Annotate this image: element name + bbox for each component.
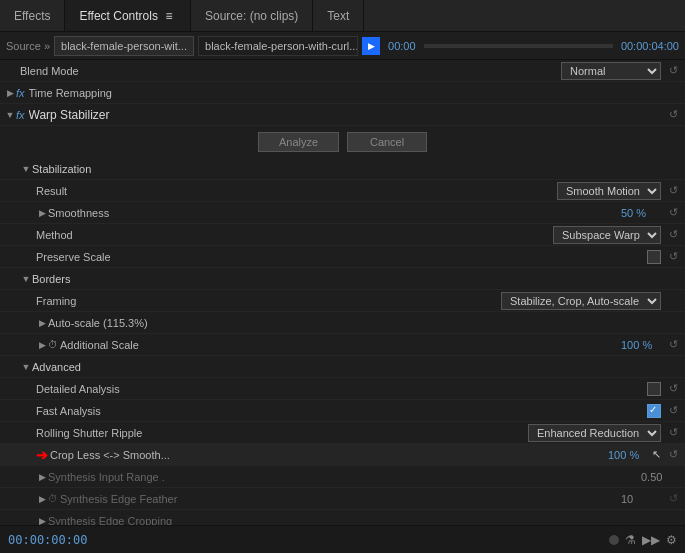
fast-analysis-reset[interactable]: ↺	[665, 403, 681, 419]
tab-effects[interactable]: Effects	[0, 0, 65, 31]
tab-menu-icon[interactable]: ≡	[162, 9, 176, 23]
additional-scale-row: ⏱ Additional Scale 100 % ↺	[0, 334, 685, 356]
advanced-label: Advanced	[32, 361, 681, 373]
settings-icon[interactable]: ⚙	[666, 533, 677, 547]
detailed-analysis-row: Detailed Analysis ↺	[0, 378, 685, 400]
bottom-bar: 00:00:00:00 ⚗ ▶▶ ⚙	[0, 525, 685, 553]
additional-scale-stopwatch: ⏱	[48, 339, 58, 350]
warp-stabilizer-collapse[interactable]	[4, 109, 16, 121]
clip-full-name: black-female-person-with-curl...	[205, 40, 358, 52]
warp-stabilizer-row: fx Warp Stabilizer ↺	[0, 104, 685, 126]
warp-stabilizer-reset[interactable]: ↺	[665, 107, 681, 123]
go-to-timecode-btn[interactable]: ▶	[362, 37, 380, 55]
fast-analysis-label: Fast Analysis	[36, 405, 647, 417]
synthesis-edge-cropping-label: Synthesis Edge Cropping	[48, 515, 681, 526]
warp-stabilizer-actions: Analyze Cancel	[0, 126, 685, 158]
rolling-shutter-row: Rolling Shutter Ripple Enhanced Reductio…	[0, 422, 685, 444]
rolling-shutter-reset[interactable]: ↺	[665, 425, 681, 441]
synthesis-edge-cropping-collapse[interactable]	[36, 515, 48, 526]
synthesis-edge-feather-row: ⏱ Synthesis Edge Feather 10 ↺	[0, 488, 685, 510]
detailed-analysis-label: Detailed Analysis	[36, 383, 647, 395]
synthesis-input-range-value: 0.50	[641, 471, 681, 483]
start-timecode: 00:00	[388, 40, 416, 52]
synthesis-edge-feather-collapse[interactable]	[36, 493, 48, 505]
crop-less-row: ➔ Crop Less <-> Smooth... 100 % ↖ ↺	[0, 444, 685, 466]
tab-effect-controls-label: Effect Controls	[79, 9, 157, 23]
borders-section: Borders	[0, 268, 685, 290]
smoothness-reset[interactable]: ↺	[665, 205, 681, 221]
framing-reset[interactable]	[665, 293, 681, 309]
blend-mode-row: Blend Mode Normal ↺	[0, 60, 685, 82]
render-icon[interactable]: ▶▶	[642, 533, 660, 547]
analyze-button[interactable]: Analyze	[258, 132, 339, 152]
tab-text[interactable]: Text	[313, 0, 364, 31]
framing-select[interactable]: Stabilize, Crop, Auto-scale	[501, 292, 661, 310]
fast-analysis-checkbox[interactable]	[647, 404, 661, 418]
tab-effect-controls[interactable]: Effect Controls ≡	[65, 0, 190, 31]
bottom-timecode: 00:00:00:00	[8, 533, 87, 547]
synthesis-edge-feather-label: Synthesis Edge Feather	[60, 493, 621, 505]
synthesis-input-range-collapse[interactable]	[36, 471, 48, 483]
filter-icon[interactable]: ⚗	[625, 533, 636, 547]
source-prefix-label: Source »	[6, 40, 50, 52]
source-clip-dropdown[interactable]: black-female-person-wit... ▼	[54, 36, 194, 56]
synthesis-edge-feather-value: 10	[621, 493, 661, 505]
rolling-shutter-select[interactable]: Enhanced Reduction	[528, 424, 661, 442]
borders-collapse[interactable]	[20, 273, 32, 285]
tab-effects-label: Effects	[14, 9, 50, 23]
synthesis-edge-feather-stopwatch: ⏱	[48, 493, 58, 504]
synthesis-input-range-row: Synthesis Input Range . 0.50	[0, 466, 685, 488]
tab-source[interactable]: Source: (no clips)	[191, 0, 313, 31]
blend-mode-reset[interactable]: ↺	[665, 63, 681, 79]
source-bar: Source » black-female-person-wit... ▼ bl…	[0, 32, 685, 60]
detailed-analysis-reset[interactable]: ↺	[665, 381, 681, 397]
blend-mode-label: Blend Mode	[20, 65, 561, 77]
time-remapping-collapse[interactable]	[4, 87, 16, 99]
result-reset[interactable]: ↺	[665, 183, 681, 199]
method-reset[interactable]: ↺	[665, 227, 681, 243]
result-label: Result	[36, 185, 557, 197]
crop-less-value[interactable]: 100 %	[608, 449, 648, 461]
tab-text-label: Text	[327, 9, 349, 23]
framing-label: Framing	[36, 295, 501, 307]
smoothness-row: Smoothness 50 % ↺	[0, 202, 685, 224]
advanced-section: Advanced	[0, 356, 685, 378]
preserve-scale-row: Preserve Scale ↺	[0, 246, 685, 268]
rolling-shutter-label: Rolling Shutter Ripple	[36, 427, 528, 439]
auto-scale-collapse[interactable]	[36, 317, 48, 329]
tab-source-label: Source: (no clips)	[205, 9, 298, 23]
method-select[interactable]: Subspace Warp	[553, 226, 661, 244]
advanced-collapse[interactable]	[20, 361, 32, 373]
method-label: Method	[36, 229, 553, 241]
auto-scale-row: Auto-scale (115.3%)	[0, 312, 685, 334]
additional-scale-label: Additional Scale	[60, 339, 621, 351]
timeline-dot	[609, 535, 619, 545]
additional-scale-reset[interactable]: ↺	[665, 337, 681, 353]
preserve-scale-reset[interactable]: ↺	[665, 249, 681, 265]
method-row: Method Subspace Warp ↺	[0, 224, 685, 246]
synthesis-edge-feather-reset[interactable]: ↺	[665, 491, 681, 507]
blend-mode-select[interactable]: Normal	[561, 62, 661, 80]
synthesis-edge-cropping-row: Synthesis Edge Cropping	[0, 510, 685, 525]
clip-name-dropdown[interactable]: black-female-person-with-curl... ▼	[198, 36, 358, 56]
smoothness-collapse[interactable]	[36, 207, 48, 219]
preserve-scale-label: Preserve Scale	[36, 251, 647, 263]
end-timecode: 00:00:04:00	[621, 40, 679, 52]
red-arrow-indicator: ➔	[36, 447, 48, 463]
borders-label: Borders	[32, 273, 681, 285]
stabilization-collapse[interactable]	[20, 163, 32, 175]
stabilization-label: Stabilization	[32, 163, 681, 175]
warp-stabilizer-fx-icon: fx	[16, 109, 25, 121]
crop-less-reset[interactable]: ↺	[665, 447, 681, 463]
additional-scale-value[interactable]: 100 %	[621, 339, 661, 351]
auto-scale-label: Auto-scale (115.3%)	[48, 317, 681, 329]
smoothness-label: Smoothness	[48, 207, 621, 219]
preserve-scale-checkbox[interactable]	[647, 250, 661, 264]
smoothness-value[interactable]: 50 %	[621, 207, 661, 219]
cancel-button[interactable]: Cancel	[347, 132, 427, 152]
effect-controls-panel: Blend Mode Normal ↺ fx Time Remapping fx…	[0, 60, 685, 525]
result-select[interactable]: Smooth Motion	[557, 182, 661, 200]
detailed-analysis-checkbox[interactable]	[647, 382, 661, 396]
bottom-right-controls: ⚗ ▶▶ ⚙	[609, 533, 677, 547]
additional-scale-collapse[interactable]	[36, 339, 48, 351]
